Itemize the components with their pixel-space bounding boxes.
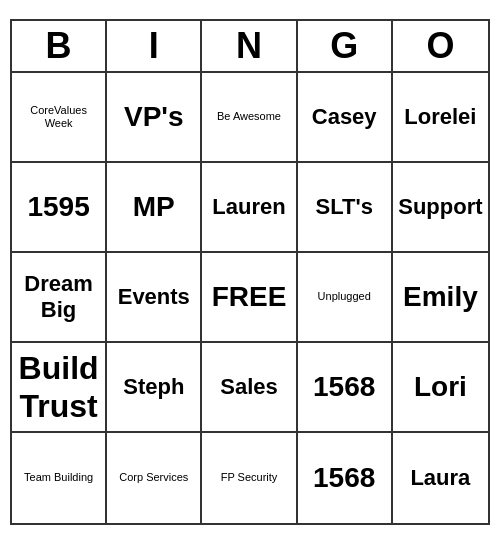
bingo-cell: Corp Services xyxy=(107,433,202,523)
bingo-cell: Emily xyxy=(393,253,488,343)
header-letter: B xyxy=(12,21,107,71)
bingo-cell: CoreValues Week xyxy=(12,73,107,163)
bingo-cell: Lauren xyxy=(202,163,297,253)
bingo-header: BINGO xyxy=(12,21,488,73)
bingo-cell: 1568 xyxy=(298,433,393,523)
bingo-cell: FREE xyxy=(202,253,297,343)
header-letter: O xyxy=(393,21,488,71)
bingo-cell: Events xyxy=(107,253,202,343)
bingo-cell: SLT's xyxy=(298,163,393,253)
bingo-cell: Sales xyxy=(202,343,297,433)
bingo-cell: Support xyxy=(393,163,488,253)
header-letter: I xyxy=(107,21,202,71)
bingo-cell: Be Awesome xyxy=(202,73,297,163)
bingo-cell: Casey xyxy=(298,73,393,163)
bingo-cell: Steph xyxy=(107,343,202,433)
header-letter: G xyxy=(298,21,393,71)
bingo-cell: VP's xyxy=(107,73,202,163)
bingo-card: BINGO CoreValues WeekVP'sBe AwesomeCasey… xyxy=(10,19,490,525)
bingo-cell: MP xyxy=(107,163,202,253)
bingo-cell: Build Trust xyxy=(12,343,107,433)
bingo-cell: 1568 xyxy=(298,343,393,433)
bingo-cell: Laura xyxy=(393,433,488,523)
bingo-cell: Lorelei xyxy=(393,73,488,163)
bingo-cell: Unplugged xyxy=(298,253,393,343)
bingo-cell: FP Security xyxy=(202,433,297,523)
bingo-cell: 1595 xyxy=(12,163,107,253)
bingo-cell: Team Building xyxy=(12,433,107,523)
bingo-cell: Lori xyxy=(393,343,488,433)
bingo-grid: CoreValues WeekVP'sBe AwesomeCaseyLorele… xyxy=(12,73,488,523)
header-letter: N xyxy=(202,21,297,71)
bingo-cell: Dream Big xyxy=(12,253,107,343)
